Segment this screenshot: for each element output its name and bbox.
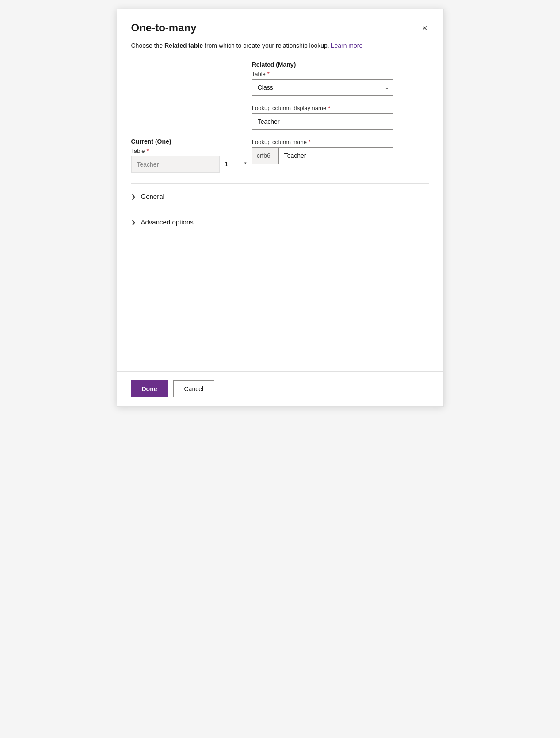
cancel-button[interactable]: Cancel — [173, 380, 215, 397]
lookup-name-group: Lookup column name * crfb6_ — [252, 139, 429, 164]
lookup-name-wrapper: crfb6_ — [252, 147, 393, 164]
related-table-group: Table * Class ⌄ — [252, 71, 429, 96]
general-chevron-icon: ❯ — [131, 194, 136, 200]
lookup-display-required: * — [328, 105, 330, 111]
lookup-name-input[interactable] — [279, 148, 393, 164]
lookup-display-group: Lookup column display name * — [252, 105, 429, 130]
current-column: Current (One) Table * Teacher — [131, 138, 220, 173]
lookup-name-required: * — [309, 139, 311, 145]
connector-one: 1 — [225, 160, 229, 167]
current-header: Current (One) — [131, 138, 220, 145]
related-table-label: Table * — [252, 71, 429, 77]
lookup-name-label: Lookup column name * — [252, 139, 429, 145]
related-table-select[interactable]: Class — [252, 79, 393, 96]
general-section: ❯ General — [131, 183, 429, 209]
advanced-section: ❯ Advanced options — [131, 209, 429, 235]
dialog-subtitle: Choose the Related table from which to c… — [117, 41, 443, 61]
related-table-select-wrapper: Class ⌄ — [252, 79, 393, 96]
connector-line — [231, 164, 241, 164]
done-button[interactable]: Done — [131, 380, 168, 397]
current-table-input: Teacher — [131, 156, 220, 173]
learn-more-link[interactable]: Learn more — [331, 42, 363, 49]
current-table-required: * — [147, 148, 149, 154]
lookup-display-label: Lookup column display name * — [252, 105, 429, 111]
subtitle-text-before: Choose the — [131, 42, 165, 49]
dialog-title: One-to-many — [131, 22, 197, 34]
subtitle-bold: Related table — [164, 42, 203, 49]
related-column: Related (Many) Table * Class ⌄ — [252, 61, 429, 173]
lookup-display-input[interactable] — [252, 113, 393, 130]
advanced-chevron-icon: ❯ — [131, 219, 136, 225]
advanced-section-toggle[interactable]: ❯ Advanced options — [131, 217, 429, 228]
related-header: Related (Many) — [252, 61, 429, 68]
connector-many: * — [244, 160, 246, 167]
advanced-section-label: Advanced options — [141, 218, 194, 226]
general-section-toggle[interactable]: ❯ General — [131, 191, 429, 202]
dialog-content: Current (One) Table * Teacher 1 * Relate… — [117, 61, 443, 371]
general-section-label: General — [141, 193, 164, 200]
dialog-header: One-to-many × — [117, 9, 443, 41]
relationship-connector: 1 * — [220, 156, 252, 173]
dialog-footer: Done Cancel — [117, 371, 443, 406]
subtitle-text-after: from which to create your relationship l… — [203, 42, 329, 49]
related-table-required: * — [267, 71, 270, 77]
relationship-row: Current (One) Table * Teacher 1 * Relate… — [131, 61, 429, 173]
lookup-name-prefix: crfb6_ — [252, 148, 279, 164]
current-table-label: Table * — [131, 148, 220, 154]
close-button[interactable]: × — [420, 22, 429, 34]
one-to-many-dialog: One-to-many × Choose the Related table f… — [117, 9, 444, 407]
